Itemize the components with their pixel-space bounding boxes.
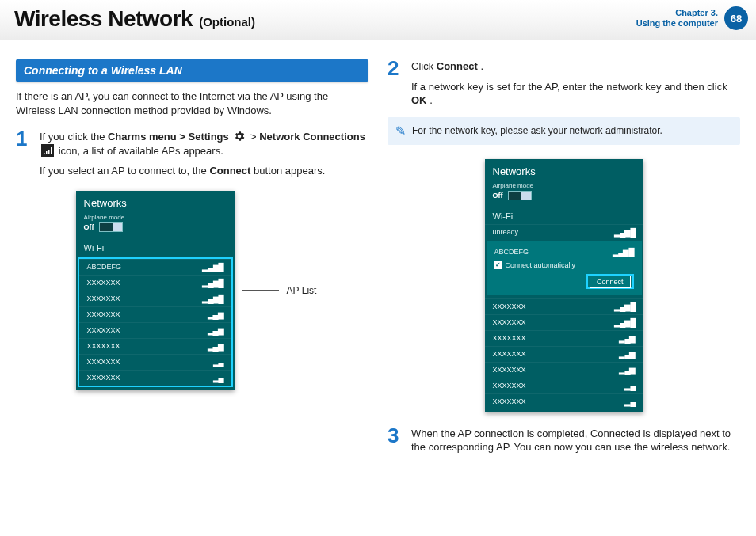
signal-icon: ▂▄ bbox=[213, 374, 223, 382]
panel-title: Networks bbox=[76, 191, 235, 212]
ap-name: unready bbox=[493, 228, 519, 236]
airplane-toggle-row: Off bbox=[493, 191, 636, 200]
svg-rect-1 bbox=[44, 153, 45, 154]
signal-icon: ▂▄▆█ bbox=[613, 248, 633, 257]
page-subtitle: (Optional) bbox=[199, 15, 255, 29]
page-header: Wireless Network (Optional) Chapter 3. U… bbox=[0, 0, 756, 40]
title-wrap: Wireless Network (Optional) bbox=[14, 6, 255, 32]
bold-text: Network Connections bbox=[259, 131, 365, 143]
content: Connecting to a Wireless LAN If there is… bbox=[0, 40, 756, 464]
signal-icon: ▂▄▆█ bbox=[614, 302, 635, 311]
chapter-label: Chapter 3. Using the computer bbox=[636, 8, 718, 28]
step-1: 1 If you click the Charms menu > Setting… bbox=[16, 130, 368, 178]
ap-item[interactable]: XXXXXXX▂▄ bbox=[79, 370, 231, 386]
step1-line2: If you select an AP to connect to, the C… bbox=[40, 164, 368, 178]
ap-item[interactable]: XXXXXXX▂▄▆ bbox=[79, 306, 231, 322]
text: . bbox=[480, 60, 483, 72]
ap-selected[interactable]: ABCDEFG▂▄▆█ bbox=[494, 246, 634, 258]
gear-icon bbox=[233, 130, 246, 143]
ap-item[interactable]: XXXXXXX▂▄▆ bbox=[79, 338, 231, 354]
text: If you click the bbox=[40, 131, 108, 143]
step-body: If you click the Charms menu > Settings … bbox=[40, 130, 368, 178]
intro-paragraph: If there is an AP, you can connect to th… bbox=[16, 89, 368, 117]
ap-name: ABCDEFG bbox=[87, 263, 122, 271]
left-column: Connecting to a Wireless LAN If there is… bbox=[16, 59, 368, 464]
checkbox-checked-icon[interactable]: ✓ bbox=[494, 261, 502, 269]
text: button appears. bbox=[254, 165, 325, 177]
ap-item[interactable]: XXXXXXX▂▄ bbox=[79, 354, 231, 370]
signal-icon: ▂▄▆ bbox=[619, 366, 635, 374]
ap-name: XXXXXXX bbox=[493, 397, 526, 405]
text: If a network key is set for the AP, ente… bbox=[411, 81, 727, 93]
ap-name: XXXXXXX bbox=[87, 326, 120, 334]
step-number: 2 bbox=[388, 59, 403, 108]
svg-rect-3 bbox=[48, 150, 50, 154]
step-body: When the AP connection is completed, Con… bbox=[411, 427, 740, 454]
ap-item[interactable]: ABCDEFG▂▄▆█ bbox=[79, 259, 231, 275]
ap-list: XXXXXXX▂▄▆█ XXXXXXX▂▄▆█ XXXXXXX▂▄▆ XXXXX… bbox=[485, 298, 643, 409]
svg-rect-2 bbox=[46, 151, 48, 154]
airplane-off-label: Off bbox=[493, 192, 503, 200]
figure-right-wrap: Networks Airplane mode Off Wi-Fi unready… bbox=[388, 159, 740, 412]
page-number-badge: 68 bbox=[724, 6, 748, 30]
signal-icon: ▂▄ bbox=[624, 397, 635, 406]
ap-item[interactable]: XXXXXXX▂▄▆ bbox=[485, 362, 643, 378]
ap-item-unready[interactable]: unready▂▄▆█ bbox=[485, 224, 643, 240]
ap-list-highlight: ABCDEFG▂▄▆█ XXXXXXX▂▄▆█ XXXXXXX▂▄▆█ XXXX… bbox=[78, 257, 233, 387]
page-title: Wireless Network bbox=[14, 6, 193, 32]
text: . bbox=[430, 94, 433, 106]
signal-icon: ▂▄▆█ bbox=[202, 263, 223, 272]
ap-list: ABCDEFG▂▄▆█ XXXXXXX▂▄▆█ XXXXXXX▂▄▆█ XXXX… bbox=[79, 259, 231, 386]
callout-line bbox=[242, 290, 279, 291]
airplane-label: Airplane mode bbox=[84, 214, 227, 221]
ap-item[interactable]: XXXXXXX▂▄ bbox=[485, 378, 643, 393]
signal-icon: ▂▄▆ bbox=[619, 334, 635, 343]
airplane-toggle[interactable] bbox=[508, 191, 532, 200]
step-body: Click Connect . If a network key is set … bbox=[411, 59, 740, 108]
connect-auto-label: Connect automatically bbox=[506, 261, 576, 269]
ap-item[interactable]: XXXXXXX▂▄▆█ bbox=[485, 298, 643, 314]
signal-icon: ▂▄ bbox=[213, 358, 223, 367]
step-3: 3 When the AP connection is completed, C… bbox=[388, 427, 740, 454]
bold-text: OK bbox=[411, 94, 427, 106]
ap-name: XXXXXXX bbox=[493, 382, 526, 390]
ap-item[interactable]: XXXXXXX▂▄▆ bbox=[485, 346, 643, 362]
signal-icon: ▂▄▆ bbox=[208, 326, 223, 335]
networks-panel-expanded: Networks Airplane mode Off Wi-Fi unready… bbox=[485, 159, 643, 412]
ap-name: XXXXXXX bbox=[87, 374, 120, 382]
note-icon: ✎ bbox=[395, 124, 406, 139]
step2-line2: If a network key is set for the AP, ente… bbox=[411, 80, 740, 108]
step-2: 2 Click Connect . If a network key is se… bbox=[388, 59, 740, 108]
ap-item[interactable]: XXXXXXX▂▄▆█ bbox=[79, 291, 231, 306]
network-connections-icon bbox=[41, 144, 54, 157]
ap-name: XXXXXXX bbox=[87, 358, 120, 366]
svg-rect-4 bbox=[51, 147, 52, 154]
airplane-mode-section: Airplane mode Off bbox=[76, 212, 235, 237]
networks-panel: Networks Airplane mode Off Wi-Fi ABCDEFG… bbox=[76, 191, 235, 390]
connect-button[interactable]: Connect bbox=[590, 276, 631, 288]
ap-name: XXXXXXX bbox=[493, 350, 526, 358]
bold-text: Connect bbox=[209, 165, 250, 177]
ap-name: XXXXXXX bbox=[493, 302, 526, 310]
signal-icon: ▂▄▆ bbox=[208, 342, 223, 351]
note-text: For the network key, please ask your net… bbox=[412, 125, 662, 136]
ap-name: XXXXXXX bbox=[87, 295, 120, 302]
chapter-line2: Using the computer bbox=[636, 18, 718, 29]
signal-icon: ▂▄ bbox=[624, 382, 635, 390]
ap-item[interactable]: XXXXXXX▂▄▆ bbox=[485, 330, 643, 346]
right-column: 2 Click Connect . If a network key is se… bbox=[388, 59, 740, 464]
airplane-toggle[interactable] bbox=[99, 222, 123, 232]
panel-title: Networks bbox=[485, 159, 643, 181]
text: icon, a list of available APs appears. bbox=[59, 145, 223, 157]
ap-list-callout: AP List bbox=[287, 285, 317, 296]
ap-name: XXXXXXX bbox=[493, 366, 526, 374]
ap-item[interactable]: XXXXXXX▂▄▆ bbox=[79, 322, 231, 338]
bold-text: Charms menu > Settings bbox=[108, 131, 231, 143]
ap-item[interactable]: XXXXXXX▂▄▆█ bbox=[485, 314, 643, 330]
ap-item[interactable]: XXXXXXX▂▄ bbox=[485, 393, 643, 409]
signal-icon: ▂▄▆█ bbox=[202, 295, 223, 303]
airplane-label: Airplane mode bbox=[493, 182, 636, 189]
figure-left: Networks Airplane mode Off Wi-Fi ABCDEFG… bbox=[24, 191, 368, 390]
airplane-mode-section: Airplane mode Off bbox=[485, 181, 643, 205]
ap-item[interactable]: XXXXXXX▂▄▆█ bbox=[79, 275, 231, 291]
